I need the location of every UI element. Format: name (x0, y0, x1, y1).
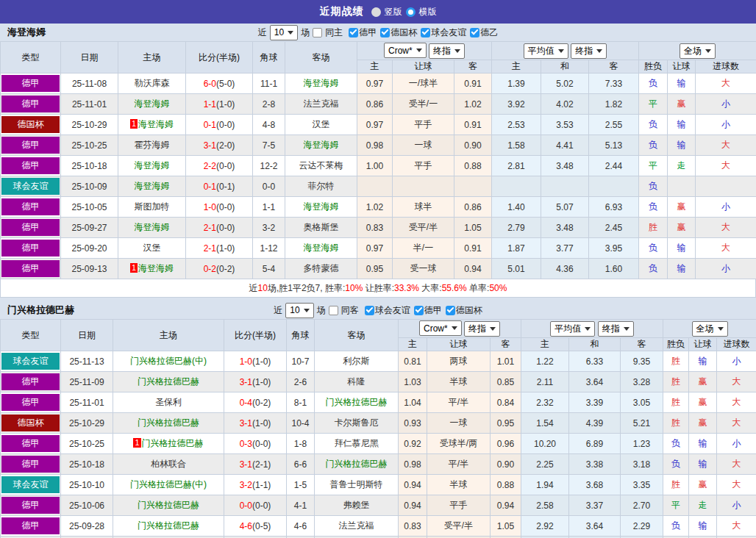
horizontal-layout-label[interactable]: 横版 (419, 6, 437, 18)
away-team[interactable]: 门兴格拉德巴赫 (326, 459, 388, 469)
match-row: 德甲 25-11-09 门兴格拉德巴赫 3-1(1-0) 2-6 科隆 1.03… (1, 372, 756, 392)
home-team[interactable]: 霍芬海姆 (135, 140, 170, 150)
away-team[interactable]: 汉堡 (313, 119, 330, 129)
average-select[interactable]: 平均值 (524, 43, 568, 59)
away-team[interactable]: 菲尔特 (308, 181, 335, 191)
home-team[interactable]: 圣保利 (155, 397, 182, 407)
halftime-score: (2-1) (252, 459, 271, 470)
final-odds-select[interactable]: 终指 (464, 321, 500, 337)
away-team[interactable]: 拜仁慕尼黑 (335, 438, 379, 448)
away-team[interactable]: 法兰克福 (339, 520, 374, 531)
halftime-score: (1-1) (252, 480, 271, 490)
away-team[interactable]: 门兴格拉德巴赫 (326, 397, 388, 407)
home-team[interactable]: 海登海姆 (135, 222, 170, 232)
col-header-corner: 角球 (287, 320, 315, 351)
league-label: 德甲 (424, 304, 442, 317)
handicap-line: 半球 (427, 372, 491, 392)
score-cell: 0-3(0-0) (224, 434, 287, 454)
away-team[interactable]: 法兰克福 (304, 98, 339, 109)
league-badge: 德甲 (1, 137, 60, 154)
fulltime-score: 1-0 (204, 202, 216, 212)
result-wdl: 胜 (663, 372, 689, 392)
home-team[interactable]: 门兴格拉德巴赫(中) (130, 356, 207, 366)
home-team[interactable]: 海登海姆 (135, 98, 170, 109)
fulltime-score: 6-0 (204, 79, 216, 89)
home-team[interactable]: 海登海姆 (138, 263, 174, 273)
away-team[interactable]: 海登海姆 (304, 140, 339, 150)
home-team[interactable]: 海登海姆 (135, 160, 170, 171)
recent-count-select[interactable]: 10 (285, 303, 313, 318)
league-checkbox[interactable] (380, 28, 390, 37)
away-team[interactable]: 多特蒙德 (304, 263, 339, 273)
recent-count-select[interactable]: 10 (270, 25, 298, 40)
home-team[interactable]: 海登海姆 (135, 181, 170, 191)
away-team[interactable]: 云达不莱梅 (299, 160, 343, 171)
away-team[interactable]: 普鲁士明斯特 (330, 479, 383, 489)
handicap-home-odds: 0.94 (399, 495, 427, 516)
match-date: 25-09-27 (61, 218, 118, 238)
away-team[interactable]: 奥格斯堡 (304, 222, 339, 232)
handicap-away-odds: 1.05 (454, 218, 492, 238)
avg-draw-odds: 4.36 (541, 259, 589, 279)
league-badge: 德甲 (1, 517, 60, 534)
home-team[interactable]: 门兴格拉德巴赫 (138, 520, 199, 531)
home-team[interactable]: 门兴格拉德巴赫 (142, 438, 204, 448)
away-team[interactable]: 科隆 (348, 376, 365, 387)
bookmaker-select[interactable]: Crow* (419, 320, 462, 336)
fulltime-score: 2-1 (204, 243, 216, 254)
home-team[interactable]: 门兴格拉德巴赫 (138, 500, 199, 510)
final-odds-select-2[interactable]: 终指 (598, 321, 634, 337)
final-odds-select[interactable]: 终指 (429, 43, 465, 59)
league-checkbox[interactable] (365, 306, 374, 315)
league-checkbox[interactable] (421, 28, 430, 37)
average-select[interactable]: 平均值 (550, 321, 595, 337)
vertical-layout-radio[interactable] (371, 7, 381, 17)
away-team[interactable]: 海登海姆 (304, 201, 339, 212)
league-checkbox[interactable] (470, 28, 479, 37)
handicap-line: 半/一 (393, 238, 454, 259)
result-wdl: 平 (639, 94, 668, 115)
handicap-line: 平手 (393, 115, 454, 135)
avg-draw-odds: 4.41 (541, 135, 589, 156)
home-team[interactable]: 门兴格拉德巴赫 (138, 417, 199, 428)
league-checkbox[interactable] (414, 306, 424, 315)
avg-home-odds: 10.20 (521, 434, 569, 454)
summary-segment: 单率: (467, 283, 490, 293)
halftime-score: (2-0) (216, 140, 235, 151)
away-team[interactable]: 卡尔斯鲁厄 (335, 417, 379, 428)
summary-segment: 10 (258, 283, 268, 293)
same-venue-checkbox[interactable] (313, 28, 322, 37)
away-team[interactable]: 海登海姆 (304, 243, 339, 253)
handicap-home-odds: 0.95 (357, 259, 393, 279)
scope-select[interactable]: 全场 (692, 321, 728, 337)
home-team[interactable]: 汉堡 (143, 243, 161, 253)
home-team[interactable]: 斯图加特 (135, 201, 170, 212)
away-team[interactable]: 海登海姆 (304, 78, 339, 88)
horizontal-layout-radio[interactable] (406, 7, 416, 17)
away-team[interactable]: 弗赖堡 (343, 500, 370, 510)
handicap-away-odds: 0.84 (491, 392, 521, 413)
corner-score: 10-7 (287, 351, 315, 372)
recent-matches-table: 类型 日期 主场 比分(半场) 角球 客场 Crow* 终指 平均值 终指 (0, 41, 756, 279)
corner-score: 2-6 (287, 372, 315, 392)
league-checkbox[interactable] (446, 306, 455, 315)
handicap-home-odds: 0.98 (399, 454, 427, 475)
same-venue-checkbox[interactable] (329, 306, 338, 315)
score-cell: 3-1(2-1) (224, 454, 287, 475)
home-team[interactable]: 门兴格拉德巴赫 (138, 376, 199, 387)
home-team[interactable]: 海登海姆 (138, 119, 174, 129)
bookmaker-select[interactable]: Crow* (384, 43, 427, 58)
home-team[interactable]: 门兴格拉德巴赫(中) (130, 479, 207, 489)
league-checkbox[interactable] (349, 28, 358, 37)
match-row: 德甲 25-10-06 门兴格拉德巴赫 0-0(0-0) 4-1 弗赖堡 0.9… (1, 495, 756, 516)
avg-home-odds: 2.25 (521, 454, 569, 475)
final-odds-select-2[interactable]: 终指 (571, 43, 607, 59)
handicap-home-odds: 1.03 (399, 372, 427, 392)
away-team[interactable]: 利尔斯 (343, 356, 370, 366)
match-date: 25-11-01 (61, 392, 113, 413)
home-team[interactable]: 柏林联合 (151, 459, 186, 469)
scope-select[interactable]: 全场 (680, 43, 716, 59)
vertical-layout-label[interactable]: 竖版 (385, 6, 402, 18)
handicap-line: 平手 (427, 495, 491, 516)
home-team[interactable]: 勒沃库森 (135, 78, 170, 88)
